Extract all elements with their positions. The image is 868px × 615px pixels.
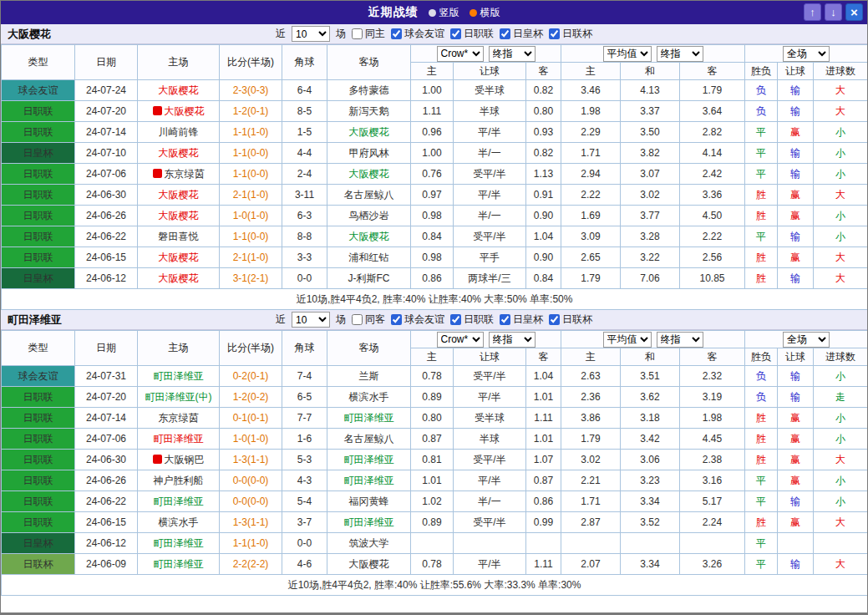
away-team-name: J-利斯FC (348, 272, 390, 284)
filter-same[interactable]: 同客 (352, 313, 385, 327)
match-date: 24-07-06 (75, 164, 138, 185)
euro-draw-odds: 3.28 (621, 226, 680, 247)
handicap-odds-source-select-1[interactable]: 终指 (489, 332, 536, 348)
filter-same-checkbox[interactable] (352, 28, 363, 39)
handicap-home-odds (411, 533, 454, 554)
match-date: 24-07-06 (75, 429, 138, 450)
match-date: 24-07-14 (75, 408, 138, 429)
match-score: 1-0(1-0) (220, 206, 282, 226)
filter-league-1-checkbox[interactable] (450, 314, 461, 325)
match-score: 0-1(0-1) (220, 408, 282, 429)
euro-away-odds: 2.56 (680, 247, 745, 268)
goals-over-under-result: 大 (814, 101, 868, 122)
match-count-select[interactable]: 10 (292, 26, 330, 42)
match-row: 日皇杯24-07-10大阪樱花1-1(0-0)4-4甲府风林1.00半/一0.8… (2, 143, 868, 164)
euro-draw-odds: 3.51 (621, 366, 680, 387)
handicap-line: 受平/半 (454, 164, 526, 185)
filter-same[interactable]: 同主 (352, 27, 385, 41)
close-button[interactable]: × (845, 3, 863, 21)
filter-league-3[interactable]: 日联杯 (549, 27, 592, 41)
handicap-line: 平/半 (454, 122, 526, 143)
goals-over-under-result: 大 (814, 450, 868, 470)
filter-league-0[interactable]: 球会友谊 (391, 27, 444, 41)
filter-league-1-checkbox[interactable] (450, 28, 461, 39)
win-draw-loss-result: 胜 (745, 206, 778, 226)
corner-score: 4-4 (282, 143, 327, 164)
corner-score: 7-7 (282, 408, 327, 429)
euro-away-odds: 3.64 (680, 101, 745, 122)
filter-same-checkbox[interactable] (352, 314, 363, 325)
handicap-odds-source-select-0[interactable]: Crow* (437, 332, 484, 348)
handicap-result: 赢 (778, 206, 814, 226)
scope-select-0[interactable]: 全场 (783, 46, 830, 62)
handicap-result: 输 (778, 491, 814, 512)
move-down-button[interactable]: ↓ (825, 3, 842, 21)
league-type: 日职联 (2, 450, 75, 470)
filter-league-1[interactable]: 日职联 (450, 313, 494, 327)
filter-league-3-checkbox[interactable] (549, 28, 560, 39)
filter-league-0-checkbox[interactable] (391, 314, 402, 325)
win-draw-loss-result: 胜 (745, 512, 778, 533)
window-titlebar: 近期战绩 竖版 横版 ↑ ↓ × (1, 1, 867, 24)
column-header: 客场 (327, 45, 411, 80)
goals-over-under-result: 小 (814, 143, 868, 164)
results-table: 类型日期主场比分(半场)角球客场Crow*终指平均值终指全场主让球客主和客胜负让… (1, 44, 868, 310)
away-team: 町田泽维亚 (327, 450, 411, 470)
euro-away-odds: 2.24 (680, 512, 745, 533)
sections-container: 大阪樱花近10场同主球会友谊日职联日皇杯日联杯类型日期主场比分(半场)角球客场C… (1, 24, 867, 596)
filter-league-2[interactable]: 日皇杯 (500, 27, 543, 41)
match-score: 2-1(1-0) (220, 185, 282, 206)
titlebar-buttons: ↑ ↓ × (804, 3, 863, 21)
handicap-result: 输 (778, 164, 814, 185)
away-team: J-利斯FC (327, 268, 411, 289)
handicap-away-odds: 1.11 (526, 554, 561, 575)
euro-away-odds: 3.19 (680, 387, 745, 408)
filter-league-0-checkbox[interactable] (391, 28, 402, 39)
filter-league-2[interactable]: 日皇杯 (500, 313, 543, 327)
handicap-line: 受半球 (454, 408, 526, 429)
goals-over-under-result: 小 (814, 491, 868, 512)
handicap-odds-source-select-0[interactable]: Crow* (437, 46, 484, 62)
away-team: 町田泽维亚 (327, 470, 411, 491)
europe-odds-source-select-1[interactable]: 终指 (657, 46, 703, 62)
handicap-odds-source-select-1[interactable]: 终指 (489, 46, 536, 62)
league-type: 日职联 (2, 429, 75, 450)
goals-over-under-result: 走 (814, 387, 868, 408)
europe-odds-source-select-1[interactable]: 终指 (657, 332, 703, 348)
home-team-name: 大阪樱花 (159, 84, 199, 96)
filter-league-3-checkbox[interactable] (549, 314, 560, 325)
handicap-result: 赢 (778, 450, 814, 470)
filter-league-3[interactable]: 日联杯 (549, 313, 592, 327)
handicap-home-odds: 0.80 (411, 408, 454, 429)
column-header: 主场 (138, 45, 220, 80)
results-table: 类型日期主场比分(半场)角球客场Crow*终指平均值终指全场主让球客主和客胜负让… (1, 330, 868, 596)
filter-league-2-checkbox[interactable] (500, 28, 510, 39)
win-draw-loss-result: 平 (745, 554, 778, 575)
column-header: 让球 (778, 348, 814, 366)
away-team-name: 浦和红钻 (349, 252, 389, 263)
euro-draw-odds: 3.37 (621, 101, 680, 122)
move-up-button[interactable]: ↑ (804, 3, 821, 21)
europe-odds-source-select-0[interactable]: 平均值 (603, 46, 652, 62)
corner-score: 1-5 (282, 122, 327, 143)
layout-radio-horizontal[interactable]: 横版 (470, 6, 500, 20)
handicap-home-odds: 1.00 (411, 143, 454, 164)
match-count-select[interactable]: 10 (292, 312, 330, 328)
filter-league-1[interactable]: 日职联 (450, 27, 494, 41)
scope-select-0[interactable]: 全场 (783, 332, 830, 348)
handicap-odds-source-group: Crow*终指 (411, 331, 561, 348)
match-score: 1-3(1-1) (220, 512, 282, 533)
team-section: 町田泽维亚近10场同客球会友谊日职联日皇杯日联杯类型日期主场比分(半场)角球客场… (1, 310, 867, 596)
europe-odds-source-select-0[interactable]: 平均值 (603, 332, 652, 348)
home-team: 大阪樱花 (138, 143, 220, 164)
near-label: 近 (276, 27, 286, 41)
filter-league-1-label: 日职联 (464, 313, 494, 327)
euro-draw-odds: 3.77 (621, 206, 680, 226)
match-row: 日职联24-07-20町田泽维亚(中)1-2(0-2)6-5横滨水手0.89平/… (2, 387, 868, 408)
match-row: 日职联24-06-15横滨水手1-3(1-1)3-7町田泽维亚0.89受平/半0… (2, 512, 868, 533)
layout-radio-vertical[interactable]: 竖版 (429, 6, 459, 20)
home-team-name: 磐田喜悦 (159, 231, 199, 242)
filter-league-0[interactable]: 球会友谊 (391, 313, 444, 327)
filter-league-2-checkbox[interactable] (500, 314, 510, 325)
euro-away-odds: 2.32 (680, 366, 745, 387)
